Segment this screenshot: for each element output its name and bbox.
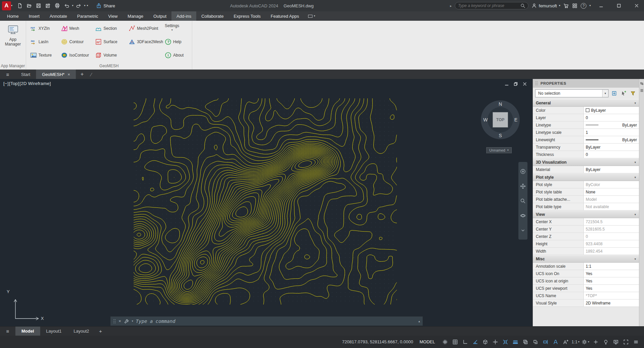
app-manager-button[interactable]: App Manager [0, 21, 26, 47]
tab-collaborate[interactable]: Collaborate [196, 11, 229, 21]
property-value[interactable]: 0 [584, 114, 639, 121]
close-button[interactable] [629, 0, 644, 11]
help-button[interactable]: ? Help [165, 37, 182, 46]
polar-tracking-icon[interactable] [470, 337, 480, 347]
autocad-logo[interactable]: A [2, 1, 11, 10]
window-close-icon[interactable] [522, 82, 527, 86]
properties-section-header[interactable]: Plot style▾ [533, 173, 639, 181]
autoscale-icon[interactable] [561, 337, 570, 347]
pan-icon[interactable] [520, 183, 526, 189]
compass-south[interactable]: S [499, 133, 502, 138]
save-icon[interactable] [34, 2, 43, 10]
maximize-button[interactable] [612, 0, 626, 11]
connect-apps-icon[interactable] [572, 3, 578, 9]
panel-title-app-manager[interactable]: App Manager [0, 64, 26, 68]
command-history-icon[interactable]: ▴ [418, 320, 420, 323]
help-caret-icon[interactable]: ▾ [589, 4, 591, 7]
tab-layout1[interactable]: Layout1 [40, 327, 68, 336]
property-value[interactable]: Yes [584, 277, 639, 284]
properties-section-header[interactable]: General▾ [533, 99, 639, 107]
view-name-chip[interactable]: Unnamed ▾ [486, 147, 512, 153]
search-box[interactable] [455, 2, 528, 9]
navbar-more-icon[interactable] [520, 228, 526, 233]
surface-button[interactable]: m² Surface [95, 37, 117, 46]
tab-model[interactable]: Model [15, 327, 40, 336]
minimize-button[interactable] [594, 0, 609, 11]
tab-express-tools[interactable]: Express Tools [229, 11, 266, 21]
annotation-scale-button[interactable]: 1:1▾ [571, 337, 580, 347]
section-collapse-icon[interactable]: ▾ [634, 176, 636, 179]
model-space-toggle[interactable]: MODEL [420, 339, 435, 344]
viewport-visual-style-control[interactable]: [2D Wireframe] [19, 81, 51, 86]
property-value[interactable]: 2D Wireframe [584, 299, 639, 307]
section-collapse-icon[interactable]: ▾ [634, 101, 636, 105]
window-minimize-icon[interactable] [504, 82, 509, 86]
isometric-drafting-icon[interactable] [480, 337, 490, 347]
app-menu-caret-icon[interactable]: ▾ [11, 4, 12, 7]
transparency-icon[interactable] [520, 337, 530, 347]
property-value[interactable]: ByLayer [584, 107, 639, 114]
property-value[interactable]: 1:1 [584, 263, 639, 270]
property-value[interactable]: None [584, 188, 639, 195]
drawing-canvas[interactable] [134, 98, 397, 304]
command-customize-caret-icon[interactable]: ▾ [132, 320, 133, 323]
toggle-pickadd-icon[interactable] [610, 90, 618, 97]
tab-view[interactable]: View [103, 11, 123, 21]
tab-output[interactable]: Output [148, 11, 171, 21]
search-input[interactable] [458, 3, 518, 8]
tab-manage[interactable]: Manage [123, 11, 148, 21]
property-value[interactable]: ByColor [584, 181, 639, 188]
section-collapse-icon[interactable]: ▾ [634, 213, 636, 216]
compass-north[interactable]: N [499, 101, 502, 107]
viewcube-compass[interactable]: TOP N W E S [481, 100, 520, 139]
property-value[interactable]: Not available [584, 203, 639, 210]
lineweight-icon[interactable] [510, 337, 520, 347]
snap-mode-icon[interactable] [450, 337, 460, 347]
help-icon[interactable]: ? [581, 3, 586, 9]
section-collapse-icon[interactable]: ▾ [634, 161, 636, 164]
viewcube-top-face[interactable]: TOP [493, 112, 508, 127]
isocontour-button[interactable]: IsoContour [61, 51, 89, 60]
isolate-objects-icon[interactable] [601, 337, 611, 347]
full-navigation-wheel-icon[interactable] [520, 169, 526, 174]
property-value[interactable]: 5281605.5 [584, 226, 639, 233]
new-file-icon[interactable] [16, 2, 24, 10]
new-layout-button[interactable]: + [95, 327, 106, 336]
property-value[interactable]: ByLayer [584, 166, 639, 173]
collapse-search-icon[interactable]: ▸ [450, 4, 452, 8]
properties-section-header[interactable]: View▾ [533, 210, 639, 218]
section-collapse-icon[interactable]: ▾ [634, 257, 636, 261]
file-tab-close-icon[interactable]: × [68, 72, 70, 77]
command-close-icon[interactable]: × [119, 319, 121, 324]
redo-icon[interactable] [75, 2, 83, 10]
property-value[interactable]: 0 [584, 233, 639, 240]
graphics-performance-icon[interactable] [611, 337, 621, 347]
tab-featured-apps[interactable]: Featured Apps [266, 11, 304, 21]
file-tab-geomesh[interactable]: GeoMESH* × [36, 70, 76, 79]
navigation-bar[interactable] [518, 162, 527, 240]
lasin-button[interactable]: las LasIn [30, 37, 48, 46]
property-value[interactable]: 923.4408 [584, 240, 639, 247]
command-customize-icon[interactable] [124, 319, 129, 324]
app-store-cart-icon[interactable] [563, 3, 569, 9]
layout-menu-icon[interactable]: ≡ [0, 327, 15, 336]
undo-icon[interactable] [63, 2, 71, 10]
selection-cycling-icon[interactable] [530, 337, 540, 347]
redo-caret-icon[interactable]: ▾ [84, 4, 85, 7]
annotation-visibility-icon[interactable] [551, 337, 560, 347]
command-grip-icon[interactable] [113, 319, 116, 324]
file-tab-start[interactable]: Start [15, 70, 36, 79]
command-line[interactable]: × ▾ ▴ [110, 316, 423, 326]
property-value[interactable]: ByLayer [584, 144, 639, 151]
tab-parametric[interactable]: Parametric [72, 11, 103, 21]
quick-select-icon[interactable] [629, 90, 637, 97]
property-value[interactable]: Model [584, 196, 639, 203]
open-file-icon[interactable] [25, 2, 33, 10]
ucs-icon[interactable] [5, 295, 46, 322]
dynamic-input-icon[interactable] [541, 337, 550, 347]
object-snap-icon[interactable] [500, 337, 510, 347]
property-value[interactable]: Yes [584, 270, 639, 277]
save-as-icon[interactable] [44, 2, 52, 10]
volume-button[interactable]: m³ Volume [95, 51, 117, 60]
property-value[interactable]: ByLayer [584, 136, 639, 143]
